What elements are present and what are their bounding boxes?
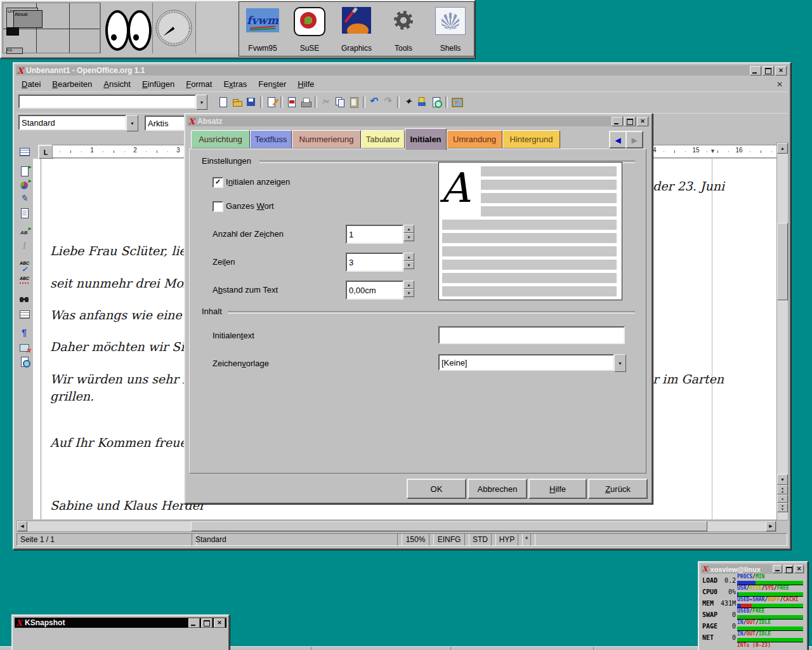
- url-dropdown-button[interactable]: [196, 95, 207, 110]
- reset-button[interactable]: Zurück: [588, 479, 648, 499]
- vscroll-thumb[interactable]: [777, 223, 788, 300]
- lines-input[interactable]: 3: [346, 253, 403, 272]
- horizontal-scrollbar[interactable]: [16, 521, 776, 532]
- num-chars-down-button[interactable]: [403, 233, 414, 241]
- ksnapshot-minimize-button[interactable]: [188, 618, 200, 628]
- xosview-maximize-button[interactable]: [783, 565, 793, 573]
- xosview-minimize-button[interactable]: [773, 565, 782, 573]
- autotext-button[interactable]: [18, 226, 32, 240]
- show-dropcaps-label[interactable]: Initialen anzeigen: [226, 177, 290, 187]
- menu-einfuegen[interactable]: Einfügen: [136, 77, 180, 91]
- tab-umrandung[interactable]: Umrandung: [447, 130, 502, 149]
- tab-scroll-left-button[interactable]: [609, 131, 627, 149]
- export-pdf-button[interactable]: [285, 95, 299, 109]
- navigator-button[interactable]: [402, 95, 416, 109]
- dialog-minimize-button[interactable]: [612, 117, 623, 126]
- paragraph-style-input[interactable]: Standard: [18, 115, 126, 130]
- copy-button[interactable]: [333, 95, 347, 109]
- tab-hintergrund[interactable]: Hintergrund: [502, 130, 560, 149]
- scroll-up-button[interactable]: [777, 143, 788, 154]
- launcher-fvwm95[interactable]: fvwm Fvwm95: [240, 3, 285, 54]
- insert-button[interactable]: [18, 164, 32, 178]
- dialog-close-button[interactable]: [637, 117, 648, 126]
- ksnapshot-maximize-button[interactable]: [201, 618, 213, 628]
- tab-initialen[interactable]: Initialen: [405, 128, 447, 150]
- menu-fenster[interactable]: Fenster: [252, 77, 292, 91]
- stylist-button[interactable]: [416, 95, 429, 109]
- insert-table-button[interactable]: [18, 145, 32, 159]
- dialog-title-bar[interactable]: X Absatz: [187, 116, 650, 126]
- dialog-maximize-button[interactable]: [624, 117, 636, 126]
- menu-hilfe[interactable]: Hilfe: [292, 77, 320, 91]
- hscroll-thumb[interactable]: [191, 521, 707, 531]
- ksnapshot-title-bar[interactable]: X KSnapshot: [15, 618, 226, 628]
- find-replace-button[interactable]: [18, 293, 32, 307]
- launcher-tools[interactable]: Tools: [381, 3, 426, 54]
- insert-object-button[interactable]: [18, 178, 32, 192]
- online-layout-button[interactable]: [18, 355, 32, 369]
- ok-button[interactable]: OK: [407, 479, 466, 499]
- open-button[interactable]: [230, 95, 244, 109]
- distance-input[interactable]: 0,00cm: [346, 281, 403, 300]
- launcher-suse[interactable]: SuSE: [287, 3, 332, 54]
- pager-mini-window-dialog[interactable]: Absat: [13, 10, 43, 28]
- status-insert-mode[interactable]: EINFG: [429, 533, 469, 546]
- lines-down-button[interactable]: [403, 261, 414, 269]
- previous-page-button[interactable]: [777, 485, 788, 494]
- navigation-button[interactable]: [777, 494, 788, 503]
- images-onoff-button[interactable]: [18, 341, 32, 355]
- paste-button[interactable]: [347, 95, 361, 109]
- launcher-graphics[interactable]: Graphics: [334, 3, 379, 54]
- next-page-button[interactable]: [777, 503, 788, 512]
- tab-nummerierung[interactable]: Nummerierung: [292, 130, 361, 149]
- char-style-value[interactable]: [Keine]: [438, 354, 614, 371]
- cancel-button[interactable]: Abbrechen: [468, 479, 527, 499]
- xosview-title-bar[interactable]: X xosview@linux: [701, 564, 805, 574]
- pager-mini-window-ksnapshot[interactable]: KS: [6, 48, 23, 54]
- tab-ausrichtung[interactable]: Ausrichtung: [191, 130, 250, 149]
- char-style-dropdown-button[interactable]: [614, 354, 626, 372]
- fvwm-pager[interactable]: Un Absat KS: [3, 3, 100, 53]
- direct-cursor-button[interactable]: [18, 240, 32, 254]
- num-chars-input[interactable]: 1: [346, 225, 403, 244]
- menu-format[interactable]: Format: [180, 77, 218, 91]
- blank-button[interactable]: [195, 3, 238, 53]
- scroll-left-button[interactable]: [17, 521, 27, 531]
- nonprinting-chars-button[interactable]: [18, 327, 32, 341]
- ksnapshot-close-button[interactable]: [214, 618, 225, 628]
- show-dropcaps-checkbox[interactable]: [213, 177, 223, 188]
- draw-functions-button[interactable]: [18, 192, 32, 206]
- distance-down-button[interactable]: [403, 289, 414, 297]
- menu-ansicht[interactable]: Ansicht: [98, 77, 136, 91]
- whole-word-label[interactable]: Ganzes Wort: [226, 201, 274, 211]
- status-page-style[interactable]: Standard: [192, 533, 402, 546]
- menu-datei[interactable]: Datei: [16, 77, 46, 91]
- whole-word-checkbox[interactable]: [213, 201, 223, 212]
- form-functions-button[interactable]: [18, 206, 32, 220]
- right-indent-marker[interactable]: ▼: [710, 148, 716, 154]
- autospellcheck-button[interactable]: [18, 274, 32, 288]
- data-sources-button[interactable]: [18, 307, 32, 321]
- distance-up-button[interactable]: [403, 281, 414, 289]
- edit-file-button[interactable]: [265, 95, 278, 109]
- print-button[interactable]: [299, 95, 313, 109]
- dropcap-text-input[interactable]: [438, 326, 625, 344]
- undo-button[interactable]: [367, 95, 381, 109]
- help-button[interactable]: Hilfe: [528, 479, 587, 499]
- new-document-button[interactable]: [216, 95, 230, 109]
- tab-textfluss[interactable]: Textfluss: [250, 130, 292, 149]
- close-button[interactable]: [775, 66, 787, 76]
- office-title-bar[interactable]: X Unbenannt1 - OpenOffice.org 1.1: [16, 65, 788, 76]
- menu-bearbeiten[interactable]: Bearbeiten: [46, 77, 98, 91]
- style-dropdown-button[interactable]: [126, 115, 138, 131]
- url-input[interactable]: [18, 95, 196, 109]
- scroll-down-button[interactable]: [777, 474, 788, 485]
- tab-tabulator[interactable]: Tabulator: [361, 130, 405, 149]
- maximize-button[interactable]: [763, 66, 774, 76]
- tab-scroll-right-button[interactable]: [625, 131, 643, 149]
- redo-button[interactable]: [381, 95, 395, 109]
- scroll-right-button[interactable]: [766, 521, 776, 531]
- xosview-close-button[interactable]: [794, 565, 804, 573]
- hyperlink-button[interactable]: [429, 95, 443, 109]
- cut-button[interactable]: [319, 95, 333, 109]
